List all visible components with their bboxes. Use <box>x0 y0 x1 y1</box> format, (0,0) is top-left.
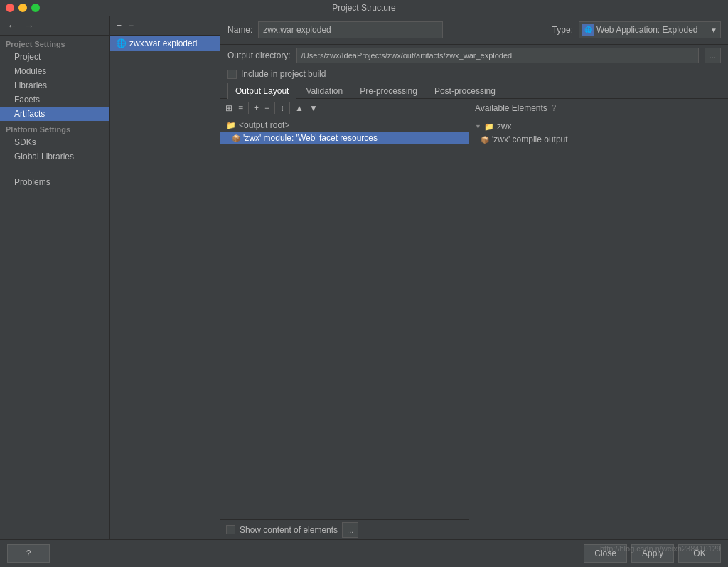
minimize-button[interactable] <box>18 4 27 12</box>
output-dir-input[interactable] <box>296 48 699 63</box>
sidebar-item-project[interactable]: Project <box>0 50 109 64</box>
output-dir-row: Output directory: ... <box>220 45 728 66</box>
available-title: Available Elements <box>475 103 547 113</box>
tree-sort-button[interactable]: ↕ <box>278 103 287 113</box>
type-label: Type: <box>552 25 573 35</box>
avail-zwx-label: zwx <box>497 122 512 132</box>
artifacts-toolbar: + − <box>110 16 220 36</box>
artifact-item[interactable]: 🌐 zwx:war exploded <box>110 36 220 51</box>
artifact-icon: 🌐 <box>116 38 127 48</box>
sidebar-item-libraries[interactable]: Libraries <box>0 78 109 92</box>
name-label: Name: <box>228 25 252 35</box>
project-settings-label: Project Settings <box>0 36 109 50</box>
include-in-build-checkbox[interactable] <box>228 70 237 79</box>
include-in-build-label: Include in project build <box>241 69 326 79</box>
show-content-checkbox[interactable] <box>226 525 235 534</box>
sidebar-item-facets[interactable]: Facets <box>0 92 109 107</box>
available-header: Available Elements ? <box>469 99 728 117</box>
browse-button[interactable]: ... <box>705 48 721 63</box>
show-content-label: Show content of elements <box>240 525 338 535</box>
add-artifact-button[interactable]: + <box>114 21 124 31</box>
bottom-left: ? <box>7 544 50 563</box>
avail-item-zwx-compile[interactable]: 📦 'zwx' compile output <box>469 133 728 146</box>
tree-toolbar: ⊞ ≡ + − ↕ ▲ ▼ <box>220 99 469 117</box>
platform-settings-label: Platform Settings <box>0 121 109 135</box>
bottom-bar: ? Close Apply OK <box>0 539 728 567</box>
nav-forward-button[interactable]: → <box>23 21 36 31</box>
name-type-row: Name: Type: 🌐 Web Application: Exploded … <box>220 16 728 45</box>
tab-validation[interactable]: Validation <box>298 83 350 99</box>
window-title: Project Structure <box>332 3 395 13</box>
apply-button[interactable]: Apply <box>631 544 674 563</box>
artifacts-list-panel: + − 🌐 zwx:war exploded <box>110 16 220 539</box>
tree-item-zwx-module[interactable]: 📦 'zwx' module: 'Web' facet resources <box>220 132 469 144</box>
left-tree-content: 📁 <output root> 📦 'zwx' module: 'Web' fa… <box>220 117 469 519</box>
right-elements-panel: Available Elements ? ▼ 📁 zwx 📦 <box>469 99 728 539</box>
right-panel: Name: Type: 🌐 Web Application: Exploded … <box>220 16 728 539</box>
zwx-module-label: 'zwx' module: 'Web' facet resources <box>243 133 378 143</box>
sidebar-nav: ← → <box>0 16 109 36</box>
title-bar: Project Structure <box>0 0 728 16</box>
sidebar: ← → Project Settings Project Modules Lib… <box>0 16 110 539</box>
help-button[interactable]: ? <box>7 544 50 563</box>
output-layout-area: ⊞ ≡ + − ↕ ▲ ▼ 📁 <box>220 99 728 539</box>
type-select-wrapper[interactable]: 🌐 Web Application: Exploded ▼ <box>579 21 721 38</box>
type-dropdown-button[interactable]: ▼ <box>710 26 717 34</box>
sidebar-item-sdks[interactable]: SDKs <box>0 135 109 149</box>
checkbox-row: Include in project build <box>220 66 728 82</box>
tree-remove-button[interactable]: − <box>262 103 272 113</box>
output-dir-label: Output directory: <box>228 51 291 60</box>
show-content-button[interactable]: ... <box>342 522 358 538</box>
avail-item-zwx[interactable]: ▼ 📁 zwx <box>469 120 728 133</box>
avail-arrow: ▼ <box>475 123 481 130</box>
help-icon[interactable]: ? <box>552 103 557 113</box>
sidebar-item-global-libraries[interactable]: Global Libraries <box>0 149 109 164</box>
nav-back-button[interactable]: ← <box>6 21 18 31</box>
type-icon: 🌐 <box>582 24 594 36</box>
tree-item-output-root[interactable]: 📁 <output root> <box>220 119 469 132</box>
folder-icon: 📁 <box>226 121 236 130</box>
maximize-button[interactable] <box>31 4 40 12</box>
tab-post-processing[interactable]: Post-processing <box>427 83 503 99</box>
sidebar-item-problems[interactable]: Problems <box>0 175 109 189</box>
tree-down-button[interactable]: ▼ <box>307 103 320 113</box>
available-tree: ▼ 📁 zwx 📦 'zwx' compile output <box>469 117 728 539</box>
main-layout: ← → Project Settings Project Modules Lib… <box>0 16 728 539</box>
tab-output-layout[interactable]: Output Layout <box>228 83 296 99</box>
toolbar-separator3 <box>289 102 290 114</box>
close-button[interactable] <box>6 4 14 12</box>
avail-folder-icon: 📁 <box>484 122 494 132</box>
type-select-text: Web Application: Exploded <box>596 25 707 35</box>
tree-icon1-button[interactable]: ⊞ <box>223 103 235 113</box>
sidebar-item-modules[interactable]: Modules <box>0 64 109 78</box>
toolbar-separator2 <box>274 102 275 114</box>
toolbar-separator <box>248 102 249 114</box>
ok-button[interactable]: OK <box>678 544 721 563</box>
avail-module-icon: 📦 <box>481 136 489 144</box>
tree-add-button[interactable]: + <box>252 103 261 113</box>
tree-up-button[interactable]: ▲ <box>293 103 306 113</box>
tab-pre-processing[interactable]: Pre-processing <box>352 83 425 99</box>
tree-icon2-button[interactable]: ≡ <box>236 103 245 113</box>
artifact-name: zwx:war exploded <box>129 38 197 48</box>
left-tree-panel: ⊞ ≡ + − ↕ ▲ ▼ 📁 <box>220 99 469 539</box>
remove-artifact-button[interactable]: − <box>127 21 136 31</box>
sidebar-item-artifacts[interactable]: Artifacts <box>0 107 109 121</box>
avail-compile-label: 'zwx' compile output <box>492 134 568 144</box>
tabs-row: Output Layout Validation Pre-processing … <box>220 82 728 99</box>
left-tree-footer: Show content of elements ... <box>220 519 469 539</box>
close-button[interactable]: Close <box>584 544 627 563</box>
name-input[interactable] <box>258 21 443 38</box>
output-root-label: <output root> <box>239 120 289 130</box>
window-controls <box>6 4 40 12</box>
module-icon: 📦 <box>232 134 240 142</box>
